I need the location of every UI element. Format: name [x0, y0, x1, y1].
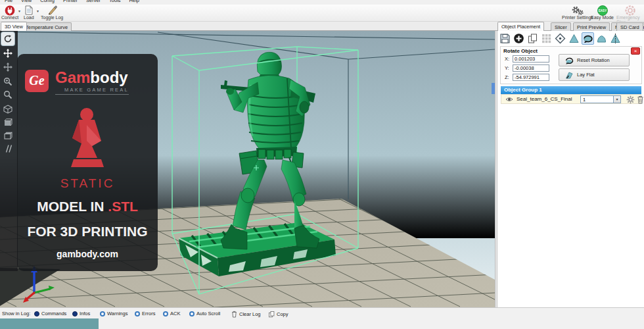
z-axis-label: Z:: [505, 74, 510, 80]
rotate-object-box: Rotate Object × X: Y: Z: Reset Rotation …: [500, 46, 642, 84]
load-label: Load: [24, 15, 34, 20]
errors-toggle-icon: [135, 311, 140, 316]
menu-help[interactable]: Help: [129, 0, 139, 5]
reset-rotation-icon: [564, 56, 574, 65]
menu-view[interactable]: View: [21, 0, 32, 5]
load-button[interactable]: Load: [24, 5, 34, 20]
tab-print-preview[interactable]: Print Preview: [573, 22, 610, 31]
menu-server[interactable]: Server: [86, 0, 101, 5]
copy-log-icon: [268, 311, 275, 318]
clear-log-button[interactable]: Clear Log: [231, 311, 261, 318]
object-group-header[interactable]: Object Group 1: [501, 86, 641, 94]
printer-settings-button[interactable]: Printer Settings: [562, 5, 593, 20]
autoposition-icon[interactable]: [540, 32, 553, 45]
x-axis-label: X:: [505, 56, 510, 62]
menu-printer[interactable]: Printer: [63, 0, 78, 5]
reset-rotation-label: Reset Rotation: [577, 57, 610, 63]
pencil-icon: [47, 5, 57, 15]
commands-toggle-icon: [34, 311, 39, 316]
easy-mode-icon: EASY: [597, 5, 608, 15]
toggle-log-label: Toggle Log: [41, 15, 63, 20]
toggle-ack[interactable]: ACK: [163, 311, 180, 316]
connect-dropdown-caret[interactable]: ▾: [18, 9, 20, 13]
rotate-object-title: Rotate Object: [503, 48, 538, 54]
close-rotate-panel-button[interactable]: ×: [631, 47, 640, 55]
rotation-x-input[interactable]: [513, 55, 549, 63]
model-head: [257, 52, 281, 76]
scale-object-icon[interactable]: [568, 32, 580, 45]
clear-log-trash-icon: [231, 311, 237, 318]
rotation-y-input[interactable]: [513, 64, 549, 72]
log-area: [0, 318, 644, 329]
toggle-auto-scroll[interactable]: Auto Scroll: [189, 311, 220, 316]
tab-sd-card[interactable]: SD Card: [616, 22, 643, 31]
object-row[interactable]: Seal_team_6_CS_Final 1 ▾: [501, 94, 641, 104]
gambody-watermark: Ge Gambody MAKE GAME REAL STATIC MODEL I…: [17, 54, 158, 271]
3d-viewport[interactable]: Ge Gambody MAKE GAME REAL STATIC MODEL I…: [0, 31, 495, 307]
log-selection-block: [0, 318, 99, 329]
rotation-z-input[interactable]: [513, 74, 549, 81]
delete-object-trash-icon[interactable]: [637, 95, 644, 104]
gambody-logo: Ge: [25, 70, 49, 92]
move-object-icon[interactable]: [1, 61, 14, 74]
visibility-eye-icon[interactable]: [505, 96, 513, 103]
model-type-label: STATIC: [17, 176, 158, 191]
tab-3d-view[interactable]: 3D View: [1, 22, 27, 31]
lay-flat-label: Lay Flat: [577, 72, 595, 78]
connect-plug-icon: [5, 5, 15, 15]
copies-value: 1: [581, 97, 613, 103]
menu-config[interactable]: Config: [40, 0, 55, 5]
cut-object-icon[interactable]: [609, 32, 622, 45]
object-toolbar: [499, 32, 622, 45]
tab-temperature-curve[interactable]: Temperature Curve: [22, 22, 72, 31]
show-in-log-label: Show in Log:: [2, 311, 30, 316]
for-3d-printing-label: FOR 3D PRINTING: [17, 224, 158, 240]
model-format-label: MODEL IN .STL: [17, 199, 158, 215]
statue-icon: [66, 107, 109, 175]
toggle-infos[interactable]: Infos: [72, 311, 90, 316]
toggle-log-button[interactable]: Toggle Log: [41, 5, 63, 20]
dropdown-caret-icon[interactable]: ▾: [613, 96, 620, 103]
center-object-icon[interactable]: [554, 32, 566, 45]
load-file-icon: [24, 5, 34, 15]
front-view-icon[interactable]: [1, 116, 14, 129]
menu-tools[interactable]: Tools: [109, 0, 121, 5]
add-object-icon[interactable]: [513, 32, 525, 45]
copy-object-icon[interactable]: [526, 32, 539, 45]
toggle-warnings[interactable]: Warnings: [100, 311, 127, 316]
rotate-view-icon[interactable]: [1, 32, 14, 45]
menu-file[interactable]: File: [5, 0, 12, 5]
zoom-in-icon[interactable]: [1, 75, 14, 88]
easy-mode-button[interactable]: EASY Easy Mode: [591, 5, 614, 20]
lay-flat-icon[interactable]: [595, 32, 608, 45]
lay-flat-button[interactable]: Lay Flat: [559, 68, 630, 81]
top-view-icon[interactable]: [1, 129, 14, 142]
toggle-commands[interactable]: Commands: [34, 311, 66, 316]
rotate-object-icon[interactable]: [582, 32, 594, 45]
infos-toggle-icon: [72, 311, 78, 316]
copy-log-button[interactable]: Copy: [268, 311, 288, 318]
easy-mode-label: Easy Mode: [591, 15, 614, 20]
save-icon[interactable]: [499, 32, 511, 45]
zoom-view-icon[interactable]: [1, 88, 14, 101]
website-label: gambody.com: [17, 249, 158, 259]
log-filter-bar: Show in Log: Commands Infos Warnings Err…: [0, 307, 644, 318]
copies-dropdown[interactable]: 1 ▾: [580, 95, 621, 103]
ack-toggle-icon: [163, 311, 168, 316]
load-dropdown-caret[interactable]: ▾: [37, 9, 39, 13]
auto-scroll-toggle-icon: [189, 311, 195, 316]
gambody-brand: Gambody: [55, 70, 129, 86]
svg-text:EASY: EASY: [598, 9, 607, 13]
object-name: Seal_team_6_CS_Final: [517, 96, 572, 102]
lay-flat-button-icon: [564, 70, 574, 80]
parallel-projection-icon[interactable]: [1, 142, 14, 155]
move-view-icon[interactable]: [1, 47, 14, 60]
object-settings-gear-icon[interactable]: [626, 95, 635, 104]
tab-slicer[interactable]: Slicer: [551, 22, 571, 31]
reset-rotation-button[interactable]: Reset Rotation: [559, 54, 630, 66]
menu-bar: File View Config Printer Server Tools He…: [0, 0, 644, 5]
connect-button[interactable]: Connect: [1, 5, 18, 20]
iso-view-icon[interactable]: [1, 103, 14, 116]
toggle-errors[interactable]: Errors: [135, 311, 155, 316]
tab-object-placement[interactable]: Object Placement: [497, 22, 544, 31]
